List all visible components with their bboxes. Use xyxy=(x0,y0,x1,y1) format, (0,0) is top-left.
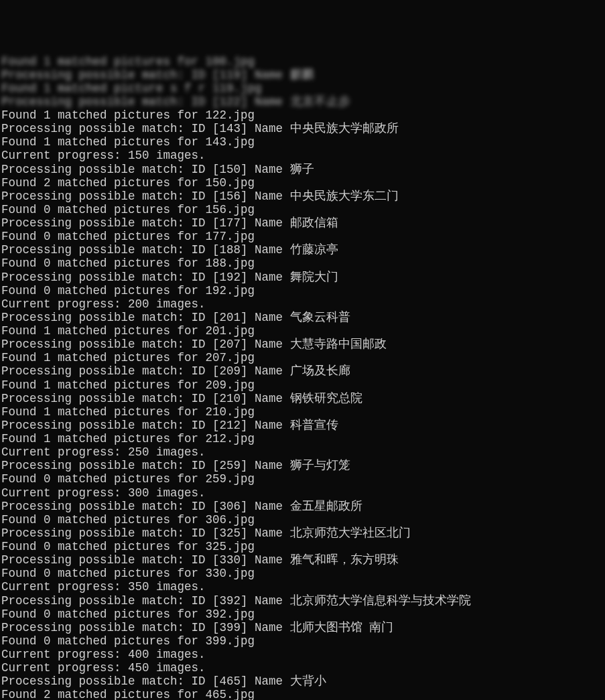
log-line: Found 0 matched pictures for 192.jpg xyxy=(1,284,604,297)
log-line: Found 1 matched pictures for 143.jpg xyxy=(1,135,604,149)
log-line: Found 1 matched pictures for 201.jpg xyxy=(1,324,604,338)
log-line: Processing possible match: ID [399] Name… xyxy=(1,621,604,634)
log-line: Found 1 matched pictures for 210.jpg xyxy=(1,405,604,419)
log-line: Processing possible match: ID [306] Name… xyxy=(1,500,604,513)
log-line: Found 1 matched pictures for 212.jpg xyxy=(1,432,604,445)
log-line: Found 2 matched pictures for 465.jpg xyxy=(1,688,604,700)
log-line: Found 0 matched pictures for 399.jpg xyxy=(1,634,604,648)
log-line: Processing possible match: ID [150] Name… xyxy=(1,163,604,176)
terminal-output: Found 1 matched pictures for 100.jpgProc… xyxy=(1,55,604,701)
log-line: Current progress: 200 images. xyxy=(1,297,604,311)
log-line: Processing possible match: ID [212] Name… xyxy=(1,419,604,432)
log-line: Found 0 matched pictures for 259.jpg xyxy=(1,472,604,486)
log-line: Processing possible match: ID [210] Name… xyxy=(1,392,604,405)
log-line: Found 0 matched pictures for 156.jpg xyxy=(1,203,604,216)
log-line: Processing possible match: ID [143] Name… xyxy=(1,122,604,135)
log-line: Found 1 matched picture s f r 119.jpg xyxy=(1,82,604,95)
log-line: Current progress: 250 images. xyxy=(1,445,604,459)
log-line: Found 1 matched pictures for 207.jpg xyxy=(1,351,604,364)
log-line: Processing possible match: ID [209] Name… xyxy=(1,364,604,378)
log-line: Current progress: 350 images. xyxy=(1,580,604,593)
log-line: Current progress: 450 images. xyxy=(1,661,604,675)
log-line: Found 1 matched pictures for 122.jpg xyxy=(1,109,604,122)
log-line: Found 0 matched pictures for 306.jpg xyxy=(1,513,604,527)
log-line: Processing possible match: ID [177] Name… xyxy=(1,216,604,230)
log-line: Processing possible match: ID [465] Name… xyxy=(1,675,604,688)
log-line: Found 2 matched pictures for 150.jpg xyxy=(1,176,604,190)
log-line: Found 0 matched pictures for 177.jpg xyxy=(1,230,604,243)
log-line: Found 0 matched pictures for 330.jpg xyxy=(1,567,604,580)
log-line: Found 0 matched pictures for 325.jpg xyxy=(1,540,604,553)
log-line: Processing possible match: ID [192] Name… xyxy=(1,271,604,284)
log-line: Current progress: 400 images. xyxy=(1,648,604,661)
log-line: Found 1 matched pictures for 100.jpg xyxy=(1,55,604,68)
log-line: Processing possible match: ID [259] Name… xyxy=(1,459,604,472)
log-line: Current progress: 300 images. xyxy=(1,486,604,500)
log-line: Found 0 matched pictures for 188.jpg xyxy=(1,257,604,270)
log-line: Processing possible match: ID [392] Name… xyxy=(1,594,604,608)
log-line: Found 0 matched pictures for 392.jpg xyxy=(1,608,604,621)
log-line: Processing possible match: ID [122] Name… xyxy=(1,95,604,109)
log-line: Processing possible match: ID [188] Name… xyxy=(1,243,604,257)
log-line: Processing possible match: ID [325] Name… xyxy=(1,527,604,540)
log-line: Processing possible match: ID [201] Name… xyxy=(1,311,604,324)
log-line: Processing possible match: ID [119] Name… xyxy=(1,68,604,82)
log-line: Processing possible match: ID [207] Name… xyxy=(1,338,604,351)
log-line: Found 1 matched pictures for 209.jpg xyxy=(1,378,604,392)
log-line: Current progress: 150 images. xyxy=(1,149,604,162)
log-line: Processing possible match: ID [156] Name… xyxy=(1,190,604,203)
log-line: Processing possible match: ID [330] Name… xyxy=(1,553,604,567)
